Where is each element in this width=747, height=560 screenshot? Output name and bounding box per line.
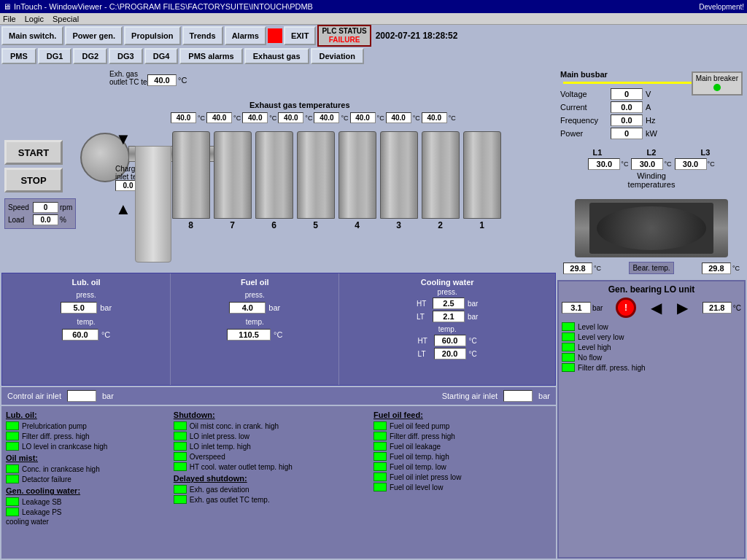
- deviation-button[interactable]: Deviation: [311, 48, 365, 64]
- lo-inlet-temp-led: [174, 442, 187, 451]
- pms-button[interactable]: PMS: [1, 48, 36, 64]
- flow-arrow-down: ▼: [115, 131, 131, 147]
- exhaust-gas-button[interactable]: Exhaust gas: [244, 48, 309, 64]
- title-bar: 🖥 InTouch - WindowViewer - C:\PROGRAM FI…: [0, 0, 747, 13]
- dev-label: Development!: [699, 3, 744, 11]
- control-air-label: Control air inlet: [7, 392, 61, 400]
- gen-bearing-press: 3.1: [562, 302, 591, 314]
- power-gen-button[interactable]: Power gen.: [65, 26, 123, 45]
- plc-failure-label: FAILURE: [322, 36, 366, 44]
- shutdown-col: Shutdown: Oil mist conc. in crank. high …: [172, 409, 369, 556]
- bearing-temp-1: 29.8: [563, 262, 592, 274]
- level-very-low-led: [562, 332, 575, 341]
- fo-leakage-text: Fuel oil leakage: [390, 443, 441, 451]
- gen-status-level-very-low: Level very low: [562, 332, 741, 341]
- gen-cooling-title: Gen. cooling water:: [6, 486, 168, 495]
- lub-temp-value: 60.0: [62, 329, 98, 341]
- bearing-label: Bear. temp.: [629, 262, 673, 274]
- l3-label: L3: [687, 148, 724, 157]
- fo-temp-low-text: Fuel oil temp. low: [390, 463, 446, 471]
- current-label: Current: [560, 103, 608, 112]
- oil-mist-crank-led: [174, 421, 187, 430]
- gen-bearing-panel: Gen. bearing LO unit 3.1 bar ! ◀ ▶ 21.8 …: [557, 280, 746, 559]
- fo-temp-high-led: [374, 452, 387, 461]
- pms-alarms-button[interactable]: PMS alarms: [179, 48, 242, 64]
- dg4-button[interactable]: DG4: [144, 48, 179, 64]
- fo-leakage-led: [374, 442, 387, 451]
- cooling-water-label: cooling water: [6, 518, 168, 526]
- overspeed-text: Overspeed: [190, 453, 225, 461]
- conc-crankcase-text: Conc. in crankcase high: [22, 465, 100, 473]
- delayed-shutdown-title: Delayed shutdown:: [174, 474, 368, 483]
- ht-cool-water-led: [174, 462, 187, 471]
- power-value: 0: [611, 128, 643, 139]
- start-button[interactable]: START: [4, 140, 63, 165]
- menu-special[interactable]: Special: [53, 15, 79, 23]
- gen-bearing-press-unit: bar: [592, 304, 603, 312]
- status-exh-gas-dev: Exh. gas deviation: [174, 485, 368, 494]
- exh-temp-5: 40.0: [314, 112, 339, 123]
- speed-value: 0: [33, 202, 58, 213]
- main-breaker-label: Main breaker: [696, 74, 738, 82]
- ht-temp-value: 60.0: [434, 335, 466, 346]
- gen-status-filter-diff: Filter diff. press. high: [562, 363, 741, 372]
- conc-crankcase-led: [6, 464, 19, 473]
- ht-temp-unit: °C: [469, 337, 477, 345]
- gen-status-level-high: Level high: [562, 343, 741, 351]
- ht-cool-water-text: HT cool. water outlet temp. high: [190, 463, 293, 471]
- status-fo-temp-low: Fuel oil temp. low: [374, 462, 551, 471]
- exh-gas-tc-led: [174, 495, 187, 504]
- fuel-temp-value: 110.5: [227, 329, 271, 341]
- exit-button[interactable]: EXIT: [284, 26, 316, 45]
- dg2-button[interactable]: DG2: [73, 48, 107, 64]
- ht-press-unit: bar: [468, 300, 478, 308]
- outlet-tc-value: 40.0: [147, 74, 177, 86]
- voltage-unit: V: [646, 90, 651, 98]
- lt-temp-unit: °C: [469, 350, 477, 358]
- lt-press-unit: bar: [468, 313, 478, 321]
- main-switch-button[interactable]: Main switch.: [1, 26, 63, 45]
- frequency-row: Frequency 0.0 Hz: [560, 114, 743, 126]
- alarms-button[interactable]: Alarms: [225, 26, 266, 45]
- cyl-num-1: 1: [479, 220, 484, 230]
- level-low-text: Level low: [578, 323, 608, 331]
- datetime-display: 2002-07-21 18:28:52: [376, 31, 458, 41]
- exh-temp-1: 40.0: [171, 112, 196, 123]
- cyl-num-5: 5: [313, 220, 318, 230]
- winding-temp-l1: 30.0: [588, 158, 620, 170]
- status-fo-feed-pump: Fuel oil feed pump: [374, 421, 551, 430]
- gen-status-level-low: Level low: [562, 322, 741, 331]
- fo-inlet-press-text: Fuel oil inlet press low: [390, 473, 461, 481]
- bearing-temps-row: 29.8 °C Bear. temp. 29.8 °C: [560, 260, 743, 276]
- gen-bearing-temp: 21.8: [703, 302, 732, 314]
- oil-mist-crank-text: Oil mist conc. in crank. high: [190, 422, 279, 430]
- stop-button[interactable]: STOP: [4, 168, 63, 192]
- control-air-value: 7.5: [67, 390, 96, 402]
- dg3-button[interactable]: DG3: [109, 48, 143, 64]
- trends-button[interactable]: Trends: [182, 26, 223, 45]
- lo-inlet-temp-text: LO inlet temp. high: [190, 443, 251, 451]
- lo-level-text: LO level in crankcase high: [22, 443, 107, 451]
- gen-bearing-status-list: Level low Level very low Level high No f…: [562, 322, 741, 372]
- propulsion-button[interactable]: Propulsion: [124, 26, 180, 45]
- lo-level-led: [6, 442, 19, 451]
- arrow-right: ▶: [677, 299, 688, 316]
- filter-diff-press-led: [6, 432, 19, 440]
- frequency-unit: Hz: [646, 116, 655, 125]
- status-lo-inlet-press: LO inlet press. low: [174, 432, 368, 440]
- power-row: Power 0 kW: [560, 128, 743, 139]
- leakage-ps-text: Leakage PS: [22, 508, 62, 516]
- menu-logic[interactable]: Logic: [25, 15, 44, 23]
- gen-bearing-values: 3.1 bar ! ◀ ▶ 21.8 °C: [562, 298, 741, 318]
- exh-temp-8: 40.0: [422, 112, 447, 123]
- lt-press-label: LT: [417, 313, 430, 321]
- cooling-water-section: Cooling water press. HT 2.5 bar LT 2.1 b…: [339, 273, 555, 385]
- generator-panel: L1 L2 L3 30.0 °C 30.0 °C 30.0 °C: [557, 145, 746, 279]
- fuel-oil-section: Fuel oil press. 4.0 bar temp. 110.5 °C: [171, 273, 339, 385]
- status-oil-mist-crank: Oil mist conc. in crank. high: [174, 421, 368, 430]
- fuel-oil-title: Fuel oil: [175, 278, 334, 287]
- dg1-button[interactable]: DG1: [38, 48, 72, 64]
- menu-file[interactable]: File: [3, 15, 16, 23]
- arrow-left: ◀: [651, 299, 662, 316]
- cyl-num-8: 8: [188, 220, 193, 230]
